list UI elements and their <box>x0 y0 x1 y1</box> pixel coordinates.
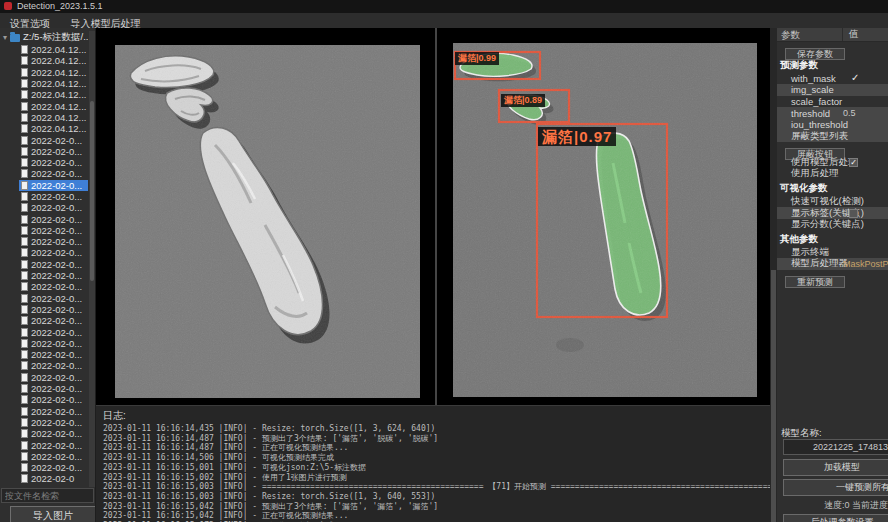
app-window: Detection_2023.1.5.1 设置选项 导入模型后处理 ▾ Z:/5… <box>0 0 888 522</box>
tree-item[interactable]: 2022.04.12... <box>19 112 88 123</box>
tree-item[interactable]: 2022-02-0... <box>19 225 88 236</box>
title-bar: Detection_2023.1.5.1 <box>0 0 888 13</box>
tree-item[interactable]: 2022-02-0... <box>19 428 88 439</box>
param-row[interactable]: 使用后处理 <box>777 168 888 180</box>
tree-scrollbar-thumb[interactable] <box>90 101 94 281</box>
param-row[interactable]: with_mask✓ <box>777 73 888 85</box>
param-label: with_mask <box>791 73 836 84</box>
params-scrollbar-thumb[interactable] <box>771 270 776 522</box>
tree-item[interactable]: 2022-02-0... <box>19 202 88 213</box>
params-scrollbar[interactable] <box>770 28 777 522</box>
tree-item[interactable]: 2022-02-0... <box>19 146 88 157</box>
image-viewer: 漏箔|0.99 漏箔|0.89 漏箔|0.97 <box>96 28 777 405</box>
load-model-button[interactable]: 加载模型 <box>783 459 888 476</box>
params-table-header: 参数 值 <box>777 28 888 42</box>
param-button[interactable]: 重新预测 <box>785 276 845 288</box>
tree-item[interactable]: 2022-02-0... <box>19 304 88 315</box>
param-row[interactable]: scale_factor <box>777 96 888 108</box>
tree-item[interactable]: 2022.04.12... <box>19 123 88 134</box>
param-label: 模型后处理器 <box>791 257 848 270</box>
file-icon <box>21 226 28 235</box>
tree-item[interactable]: 2022-02-0... <box>19 406 88 417</box>
tree-item[interactable]: 2022-02-0... <box>19 134 88 145</box>
tree-item[interactable]: 2022-02-0... <box>19 372 88 383</box>
pane-divider[interactable] <box>435 28 437 405</box>
log-lines[interactable]: 2023-01-11 16:16:14,435 |INFO| - Resize:… <box>103 424 775 522</box>
tree-item[interactable]: 2022-02-0... <box>19 281 88 292</box>
model-name-field[interactable]: 20221225_174813 <box>783 439 888 455</box>
tree-item[interactable]: 2022-02-0... <box>19 180 88 191</box>
tree-item[interactable]: 2022-02-0... <box>19 315 88 326</box>
tree-item[interactable]: 2022-02-0... <box>19 451 88 462</box>
tree-item[interactable]: 2022-02-0... <box>19 259 88 270</box>
file-icon <box>21 441 28 450</box>
tree-item[interactable]: 2022-02-0... <box>19 293 88 304</box>
search-input[interactable] <box>1 488 94 503</box>
tree-item[interactable]: 2022.04.12... <box>19 78 88 89</box>
param-row[interactable]: 显示标签(关键点) <box>777 207 888 219</box>
param-row[interactable]: 显示分数(关键点) <box>777 219 888 231</box>
tree-item[interactable]: 2022.04.12... <box>19 67 88 78</box>
tree-item[interactable]: 2022-02-0... <box>19 338 88 349</box>
checkmark-icon: ✓ <box>851 73 859 83</box>
param-rows: 保存参数预测参数with_mask✓img_scalescale_factort… <box>777 42 888 284</box>
right-image[interactable] <box>453 43 757 397</box>
tree-scrollbar[interactable] <box>89 31 95 487</box>
tree-item[interactable]: 2022.04.12... <box>19 55 88 66</box>
file-tree[interactable]: ▾ Z:/5-标注数据/... 2022.04.12...2022.04.12.… <box>0 31 88 487</box>
tree-item[interactable]: 2022-02-0... <box>19 417 88 428</box>
checkbox-checked[interactable]: ✓ <box>849 158 858 167</box>
tree-root-folder[interactable]: ▾ Z:/5-标注数据/... <box>0 31 88 44</box>
log-line: 2023-01-11 16:16:15,003 |INFO| - Resize:… <box>103 492 775 502</box>
expand-arrow-icon[interactable]: ▾ <box>3 34 7 42</box>
tree-item-label: 2022-02-0... <box>31 281 82 292</box>
tree-item[interactable]: 2022-02-0... <box>19 326 88 337</box>
param-button-row: 屏蔽按钮 <box>777 142 888 157</box>
tree-item[interactable]: 2022-02-0... <box>19 360 88 371</box>
tree-item[interactable]: 2022-02-0... <box>19 213 88 224</box>
file-icon <box>21 429 28 438</box>
tree-item[interactable]: 2022-02-0... <box>19 462 88 473</box>
param-row[interactable]: 模型后处理器MaskPostPro <box>777 258 888 270</box>
tree-item[interactable]: 2022.04.12... <box>19 100 88 111</box>
tree-item[interactable]: 2022-02-0... <box>19 270 88 281</box>
tree-item[interactable]: 2022-02-0... <box>19 383 88 394</box>
tree-item-label: 2022-02-0... <box>31 338 82 349</box>
file-icon <box>21 361 28 370</box>
file-icon <box>21 463 28 472</box>
tree-item[interactable]: 2022-02-0... <box>19 439 88 450</box>
log-line: 2023-01-11 16:16:14,435 |INFO| - Resize:… <box>103 424 775 434</box>
file-icon <box>21 474 28 483</box>
tree-item[interactable]: 2022-02-0... <box>19 236 88 247</box>
tree-item-label: 2022-02-0... <box>31 135 82 146</box>
tree-item[interactable]: 2022-02-0... <box>19 168 88 179</box>
tree-item[interactable]: 2022-02-0... <box>19 191 88 202</box>
tree-item-label: 2022-02-0... <box>31 383 82 394</box>
tree-item-label: 2022-02-0... <box>31 417 82 428</box>
tree-item[interactable]: 2022-02-0... <box>19 394 88 405</box>
checkbox-empty[interactable] <box>849 209 858 218</box>
import-images-button[interactable]: 导入图片 <box>10 506 96 522</box>
predict-all-button[interactable]: 一键预测所有 <box>783 479 888 496</box>
tree-item[interactable]: 2022-02-0 <box>19 473 88 484</box>
params-panel: 参数 值 保存参数预测参数with_mask✓img_scalescale_fa… <box>777 28 888 522</box>
tree-item[interactable]: 2022.04.12... <box>19 44 88 55</box>
tree-item[interactable]: 2022-02-0... <box>19 157 88 168</box>
param-row[interactable]: 屏蔽类型列表 <box>777 130 888 142</box>
param-row[interactable]: 显示终端 <box>777 247 888 259</box>
file-icon <box>21 395 28 404</box>
tree-item[interactable]: 2022.04.12... <box>19 89 88 100</box>
left-image[interactable] <box>115 45 420 398</box>
param-row[interactable]: 快速可视化(检测) <box>777 196 888 208</box>
tree-item-label: 2022.04.12... <box>31 44 86 55</box>
param-section: 可视化参数 <box>777 180 888 196</box>
tree-item[interactable]: 2022-02-0... <box>19 247 88 258</box>
param-row[interactable]: threshold0.5 <box>777 107 888 119</box>
log-line: 2023-01-11 16:16:15,042 |INFO| - 正在可视化预测… <box>103 511 775 521</box>
tree-item-label: 2022.04.12... <box>31 112 86 123</box>
param-row[interactable]: img_scale <box>777 84 888 96</box>
param-row[interactable]: iou_threshold <box>777 119 888 131</box>
param-row[interactable]: 使用模型后处理✓ <box>777 157 888 169</box>
postprocess-settings-button[interactable]: 后处理参数设置 <box>783 514 888 522</box>
tree-item[interactable]: 2022-02-0... <box>19 349 88 360</box>
